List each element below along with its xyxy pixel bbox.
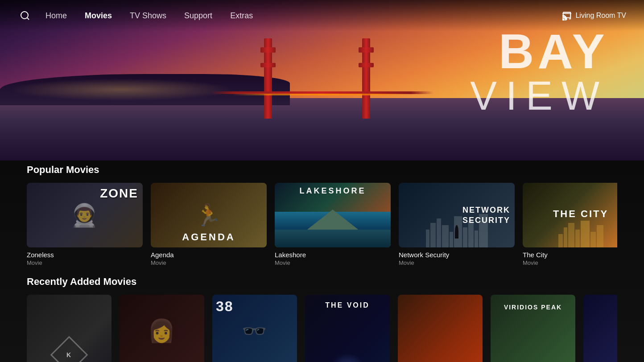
movie-thumb-lakeshore: LAKESHORE (275, 183, 391, 247)
movie-title-network-security: Network Security (399, 251, 515, 259)
void-earth (330, 353, 365, 362)
cast-device-label: Living Room TV (575, 12, 626, 20)
svg-line-1 (27, 18, 29, 20)
movie-thumb-origins: ORIGINS (583, 295, 617, 362)
agenda-figure: 🏃 (195, 203, 223, 228)
bridge-deck-glow (233, 94, 411, 95)
movie-card-grand-ridge[interactable]: GRANDRIDGE Grand Ridge Movie (398, 295, 483, 362)
movie-title-lakeshore: Lakeshore (275, 251, 391, 259)
content-area: Popular Movies 👨‍🚀 ZONE Zoneless Movie 🏃 (0, 160, 644, 362)
lakeshore-overlay: LAKESHORE (275, 186, 391, 196)
svg-point-0 (21, 12, 28, 19)
hero-title-line1: BAY (470, 27, 608, 76)
downtown-figure: 🕶️ (242, 319, 268, 343)
the-city-overlay: THE CITY (553, 208, 608, 220)
hero-bridge (211, 29, 433, 119)
the-void-overlay: THE VOID (305, 301, 390, 309)
downtown-badge: 38 (216, 298, 234, 315)
cast-button[interactable]: Living Room TV (562, 11, 626, 21)
hero-city-lights (9, 78, 234, 101)
recently-added-row: K KINGDOMS Kingdoms Movie 👩 DECEPTION (27, 295, 617, 362)
nav-movies[interactable]: Movies (85, 11, 112, 21)
cast-icon (562, 11, 572, 21)
movie-title-zoneless: Zoneless (27, 251, 143, 259)
navigation: Home Movies TV Shows Support Extras Livi… (0, 0, 644, 31)
search-button[interactable] (18, 8, 32, 23)
agenda-overlay: AGENDA (151, 231, 267, 243)
movie-card-downtown[interactable]: 38 🕶️ DOWNTOWN Downtown Movie (212, 295, 297, 362)
network-security-overlay: NETWORKSECURITY (462, 205, 510, 226)
movie-card-the-void[interactable]: THE VOID The Void Movie (305, 295, 390, 362)
movie-thumb-zoneless: 👨‍🚀 ZONE (27, 183, 143, 247)
recently-added-title: Recently Added Movies (27, 276, 617, 288)
movie-card-viridios-peak[interactable]: VIRIDIOS PEAK Viridios Peak Movie (491, 295, 575, 362)
kingdoms-diamond: K (50, 336, 88, 362)
nav-tv-shows[interactable]: TV Shows (130, 11, 166, 21)
movie-thumb-deception: 👩 DECEPTION (120, 295, 204, 362)
network-security-figure (455, 225, 458, 239)
movie-thumb-grand-ridge: GRANDRIDGE (398, 295, 483, 362)
movie-thumb-agenda: 🏃 AGENDA (151, 183, 267, 247)
movie-card-the-city[interactable]: THE CITY The City Movie (523, 183, 617, 266)
movie-type-network-security: Movie (399, 259, 515, 266)
hero-title-line2: VIEW (470, 76, 608, 116)
movie-card-lakeshore[interactable]: LAKESHORE Lakeshore Movie (275, 183, 391, 266)
movie-card-kingdoms[interactable]: K KINGDOMS Kingdoms Movie (27, 295, 111, 362)
popular-movies-row: 👨‍🚀 ZONE Zoneless Movie 🏃 AGENDA Agenda … (27, 183, 617, 266)
nav-home[interactable]: Home (45, 11, 67, 21)
zoneless-overlay: ZONE (100, 186, 138, 201)
recently-added-section: Recently Added Movies K KINGDOMS Kingdom… (27, 276, 617, 362)
movie-type-lakeshore: Movie (275, 259, 391, 266)
movie-thumb-viridios-peak: VIRIDIOS PEAK (491, 295, 575, 362)
nav-links: Home Movies TV Shows Support Extras (45, 11, 562, 21)
movie-thumb-network-security: NETWORKSECURITY (399, 183, 515, 247)
popular-movies-section: Popular Movies 👨‍🚀 ZONE Zoneless Movie 🏃 (27, 164, 617, 266)
nav-support[interactable]: Support (184, 11, 212, 21)
deception-figure: 👩 (148, 318, 176, 344)
movie-type-the-city: Movie (523, 259, 617, 266)
astronaut-icon: 👨‍🚀 (70, 202, 99, 228)
movie-card-deception[interactable]: 👩 DECEPTION Deception Movie (120, 295, 204, 362)
hero-title: BAY VIEW (470, 27, 608, 116)
bridge-tower-left (264, 38, 272, 119)
nav-extras[interactable]: Extras (230, 11, 253, 21)
popular-movies-title: Popular Movies (27, 164, 617, 176)
movie-card-agenda[interactable]: 🏃 AGENDA Agenda Movie (151, 183, 267, 266)
viridios-overlay: VIRIDIOS PEAK (491, 304, 575, 311)
bridge-tower-right (362, 38, 370, 119)
movie-card-origins[interactable]: ORIGINS Origins Movie (583, 295, 617, 362)
movie-type-agenda: Movie (151, 259, 267, 266)
the-city-skyline (523, 221, 617, 247)
movie-title-agenda: Agenda (151, 251, 267, 259)
movie-thumb-kingdoms: K KINGDOMS (27, 295, 111, 362)
svg-rect-3 (563, 12, 571, 18)
movie-thumb-downtown: 38 🕶️ DOWNTOWN (212, 295, 297, 362)
movie-title-the-city: The City (523, 251, 617, 259)
movie-thumb-the-void: THE VOID (305, 295, 390, 362)
movie-type-zoneless: Movie (27, 259, 143, 266)
svg-rect-2 (562, 13, 571, 14)
lakeshore-mountain (275, 212, 391, 247)
movie-card-network-security[interactable]: NETWORKSECURITY Network Security Movie (399, 183, 515, 266)
movie-card-zoneless[interactable]: 👨‍🚀 ZONE Zoneless Movie (27, 183, 143, 266)
movie-thumb-the-city: THE CITY (523, 183, 617, 247)
search-icon (20, 10, 30, 21)
